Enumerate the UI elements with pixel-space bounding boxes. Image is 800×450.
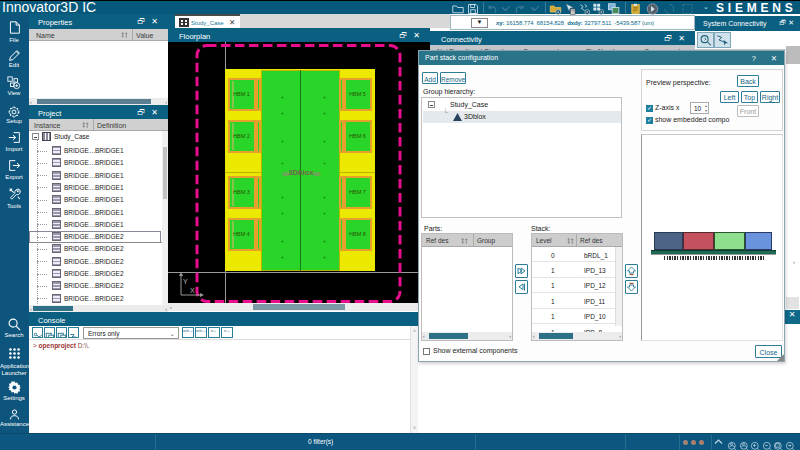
- svg-text:X: X: [190, 287, 195, 294]
- svg-text:Y: Y: [183, 278, 188, 285]
